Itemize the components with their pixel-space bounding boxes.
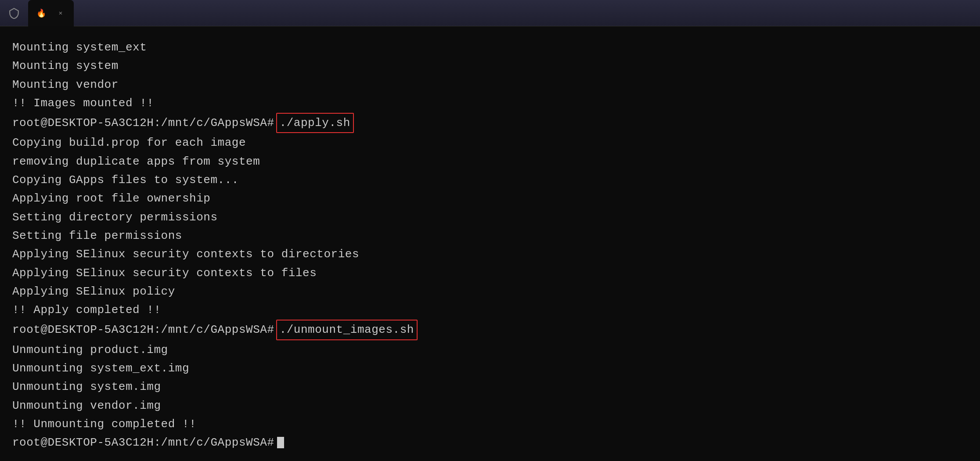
- terminal-text: Unmounting system_ext.img: [12, 360, 189, 377]
- terminal-line: Setting directory permissions: [12, 209, 968, 226]
- terminal-text: Unmounting vendor.img: [12, 397, 161, 414]
- shield-icon: [5, 4, 23, 22]
- terminal-line: Unmounting system_ext.img: [12, 360, 968, 377]
- terminal-cursor: [277, 437, 284, 448]
- terminal-text: Mounting system_ext: [12, 39, 147, 56]
- terminal-text: removing duplicate apps from system: [12, 153, 260, 170]
- terminal-line: Applying SElinux security contexts to di…: [12, 245, 968, 263]
- terminal-text: Applying SElinux security contexts to fi…: [12, 264, 317, 282]
- titlebar-left: 🔥 ✕: [0, 0, 901, 26]
- terminal-text: Unmounting product.img: [12, 341, 168, 359]
- terminal-text: Setting file permissions: [12, 227, 182, 245]
- terminal-prompt: root@DESKTOP-5A3C12H:/mnt/c/GAppsWSA#: [12, 321, 274, 339]
- terminal-command: ./unmount_images.sh: [276, 320, 418, 340]
- tab-dropdown-button[interactable]: [93, 4, 111, 22]
- terminal-line: Unmounting vendor.img: [12, 397, 968, 414]
- terminal-line: !! Apply completed !!: [12, 301, 968, 319]
- minimize-button[interactable]: [901, 0, 927, 26]
- terminal-prompt: root@DESKTOP-5A3C12H:/mnt/c/GAppsWSA#: [12, 434, 274, 451]
- terminal-text: Mounting system: [12, 57, 119, 75]
- terminal-line: !! Unmounting completed !!: [12, 415, 968, 433]
- tab-close-button[interactable]: ✕: [55, 8, 66, 18]
- terminal-line: Applying SElinux policy: [12, 283, 968, 300]
- terminal-command: ./apply.sh: [276, 113, 354, 133]
- maximize-button[interactable]: [927, 0, 954, 26]
- terminal-line: root@DESKTOP-5A3C12H:/mnt/c/GAppsWSA# ./…: [12, 113, 968, 133]
- terminal-line: Setting file permissions: [12, 227, 968, 245]
- terminal-line: Mounting system: [12, 57, 968, 75]
- terminal-text: Applying SElinux security contexts to di…: [12, 245, 359, 263]
- terminal-text: !! Unmounting completed !!: [12, 415, 196, 433]
- terminal-text: Copying build.prop for each image: [12, 134, 246, 151]
- terminal-output[interactable]: Mounting system_extMounting systemMounti…: [0, 26, 980, 461]
- terminal-line: Mounting system_ext: [12, 39, 968, 56]
- terminal-line: Unmounting product.img: [12, 341, 968, 359]
- terminal-text: Copying GApps files to system...: [12, 171, 239, 189]
- terminal-text: !! Images mounted !!: [12, 94, 154, 112]
- terminal-text: Applying root file ownership: [12, 190, 210, 207]
- tab-flame-icon: 🔥: [36, 8, 47, 18]
- close-button[interactable]: [954, 0, 980, 26]
- terminal-text: Setting directory permissions: [12, 209, 218, 226]
- terminal-prompt: root@DESKTOP-5A3C12H:/mnt/c/GAppsWSA#: [12, 114, 274, 132]
- terminal-line: root@DESKTOP-5A3C12H:/mnt/c/GAppsWSA#: [12, 434, 968, 451]
- terminal-line: removing duplicate apps from system: [12, 153, 968, 170]
- terminal-window: 🔥 ✕ Mounting system_extMounting systemMo…: [0, 0, 980, 461]
- terminal-text: !! Apply completed !!: [12, 301, 161, 319]
- terminal-text: Mounting vendor: [12, 76, 119, 94]
- terminal-text: Applying SElinux policy: [12, 283, 175, 300]
- terminal-line: root@DESKTOP-5A3C12H:/mnt/c/GAppsWSA# ./…: [12, 320, 968, 340]
- terminal-line: Applying SElinux security contexts to fi…: [12, 264, 968, 282]
- terminal-line: Mounting vendor: [12, 76, 968, 94]
- terminal-line: Unmounting system.img: [12, 378, 968, 396]
- titlebar-right: [901, 0, 980, 26]
- terminal-text: Unmounting system.img: [12, 378, 161, 396]
- terminal-line: Copying build.prop for each image: [12, 134, 968, 151]
- terminal-line: !! Images mounted !!: [12, 94, 968, 112]
- new-tab-button[interactable]: [76, 4, 93, 22]
- terminal-line: Applying root file ownership: [12, 190, 968, 207]
- active-tab[interactable]: 🔥 ✕: [28, 0, 74, 26]
- terminal-line: Copying GApps files to system...: [12, 171, 968, 189]
- titlebar: 🔥 ✕: [0, 0, 980, 26]
